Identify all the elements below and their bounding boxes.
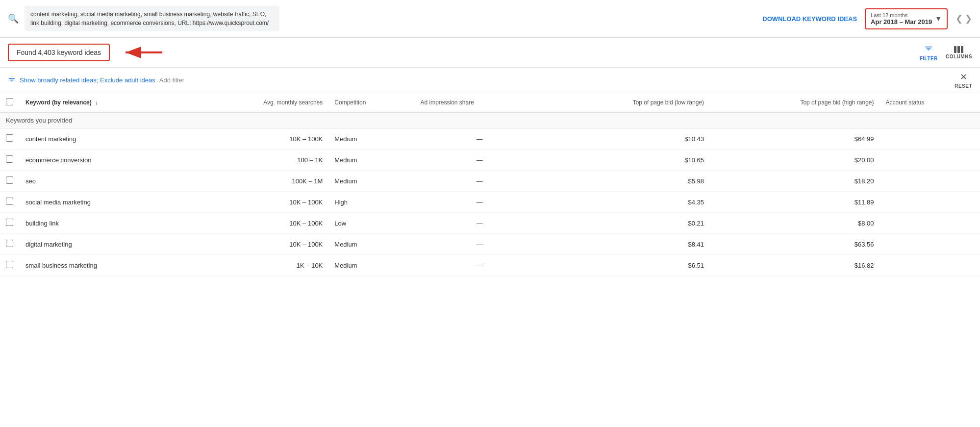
keywords-table-wrap: Keyword (by relevance) ↓ Avg. monthly se… bbox=[0, 93, 980, 276]
row-account-status bbox=[880, 255, 980, 276]
reset-x-icon: ✕ bbox=[960, 72, 967, 82]
filter-links-text[interactable]: Show broadly related ideas; Exclude adul… bbox=[20, 76, 155, 84]
row-checkbox-cell[interactable] bbox=[0, 234, 20, 255]
filter-label: FILTER bbox=[920, 56, 938, 61]
row-ad-impression: — bbox=[414, 234, 544, 255]
row-keyword: content marketing bbox=[20, 128, 187, 150]
table-row: digital marketing10K – 100KMedium—$8.41$… bbox=[0, 234, 980, 255]
row-account-status bbox=[880, 150, 980, 171]
toolbar-right: FILTER COLUMNS bbox=[920, 44, 972, 61]
row-top-bid-high: $18.20 bbox=[710, 171, 879, 192]
row-ad-impression: — bbox=[414, 171, 544, 192]
sort-arrow-icon: ↓ bbox=[95, 100, 98, 105]
row-avg-monthly: 10K – 100K bbox=[187, 213, 328, 234]
row-keyword: building link bbox=[20, 213, 187, 234]
table-row: content marketing10K – 100KMedium—$10.43… bbox=[0, 128, 980, 150]
row-account-status bbox=[880, 234, 980, 255]
row-top-bid-low: $0.21 bbox=[545, 213, 710, 234]
section-header-row: Keywords you provided bbox=[0, 112, 980, 128]
row-checkbox[interactable] bbox=[6, 219, 13, 226]
row-competition: Medium bbox=[328, 128, 414, 150]
row-checkbox[interactable] bbox=[6, 261, 13, 268]
row-avg-monthly: 10K – 100K bbox=[187, 128, 328, 150]
row-checkbox[interactable] bbox=[6, 240, 13, 247]
date-range-value: Apr 2018 – Mar 2019 bbox=[871, 18, 932, 25]
row-account-status bbox=[880, 128, 980, 150]
row-top-bid-low: $6.51 bbox=[545, 255, 710, 276]
row-top-bid-high: $64.99 bbox=[710, 128, 879, 150]
row-checkbox[interactable] bbox=[6, 155, 13, 163]
row-top-bid-low: $5.98 bbox=[545, 171, 710, 192]
row-keyword: seo bbox=[20, 171, 187, 192]
row-ad-impression: — bbox=[414, 128, 544, 150]
columns-icon bbox=[954, 46, 963, 53]
row-ad-impression: — bbox=[414, 150, 544, 171]
row-keyword: social media marketing bbox=[20, 192, 187, 213]
row-avg-monthly: 100 – 1K bbox=[187, 150, 328, 171]
row-checkbox[interactable] bbox=[6, 176, 13, 184]
row-top-bid-high: $20.00 bbox=[710, 150, 879, 171]
row-top-bid-low: $4.35 bbox=[545, 192, 710, 213]
row-competition: Medium bbox=[328, 150, 414, 171]
header-top-bid-low[interactable]: Top of page bid (low range) bbox=[545, 93, 710, 112]
row-top-bid-high: $63.56 bbox=[710, 234, 879, 255]
add-filter-button[interactable]: Add filter bbox=[159, 76, 184, 84]
row-avg-monthly: 1K – 10K bbox=[187, 255, 328, 276]
row-checkbox-cell[interactable] bbox=[0, 150, 20, 171]
row-checkbox[interactable] bbox=[6, 198, 13, 205]
date-range-box[interactable]: Last 12 months Apr 2018 – Mar 2019 ▼ bbox=[865, 8, 948, 29]
row-competition: High bbox=[328, 192, 414, 213]
section-label: Keywords you provided bbox=[0, 112, 980, 128]
filter-funnel-icon bbox=[8, 75, 16, 85]
filter-button[interactable]: FILTER bbox=[920, 44, 938, 61]
columns-button[interactable]: COLUMNS bbox=[946, 46, 972, 59]
top-right-controls: DOWNLOAD KEYWORD IDEAS Last 12 months Ap… bbox=[762, 8, 972, 29]
date-range-label: Last 12 months bbox=[871, 12, 932, 18]
header-avg-monthly[interactable]: Avg. monthly searches bbox=[187, 93, 328, 112]
row-competition: Medium bbox=[328, 171, 414, 192]
header-account-status[interactable]: Account status bbox=[880, 93, 980, 112]
download-keyword-ideas-link[interactable]: DOWNLOAD KEYWORD IDEAS bbox=[762, 15, 857, 23]
filter-icon bbox=[924, 44, 933, 55]
date-range-dropdown-icon[interactable]: ▼ bbox=[935, 15, 942, 23]
table-header-row: Keyword (by relevance) ↓ Avg. monthly se… bbox=[0, 93, 980, 112]
nav-next-icon[interactable]: ❯ bbox=[965, 13, 972, 24]
nav-arrows: ❮ ❯ bbox=[955, 13, 972, 24]
header-top-bid-high[interactable]: Top of page bid (high range) bbox=[710, 93, 879, 112]
row-ad-impression: — bbox=[414, 213, 544, 234]
toolbar-bar: Found 4,403 keyword ideas FILTER COLU bbox=[0, 38, 980, 68]
table-row: social media marketing10K – 100KHigh—$4.… bbox=[0, 192, 980, 213]
found-keyword-ideas-box: Found 4,403 keyword ideas bbox=[8, 44, 110, 61]
arrow-annotation bbox=[116, 43, 165, 62]
header-keyword-label: Keyword (by relevance) bbox=[25, 99, 92, 106]
row-account-status bbox=[880, 171, 980, 192]
row-checkbox-cell[interactable] bbox=[0, 213, 20, 234]
row-checkbox-cell[interactable] bbox=[0, 171, 20, 192]
header-keyword[interactable]: Keyword (by relevance) ↓ bbox=[20, 93, 187, 112]
nav-prev-icon[interactable]: ❮ bbox=[955, 13, 963, 24]
row-ad-impression: — bbox=[414, 255, 544, 276]
row-top-bid-low: $10.43 bbox=[545, 128, 710, 150]
search-icon: 🔍 bbox=[8, 13, 19, 24]
row-avg-monthly: 100K – 1M bbox=[187, 171, 328, 192]
table-row: ecommerce conversion100 – 1KMedium—$10.6… bbox=[0, 150, 980, 171]
row-competition: Low bbox=[328, 213, 414, 234]
header-competition[interactable]: Competition bbox=[328, 93, 414, 112]
reset-button[interactable]: ✕ RESET bbox=[955, 72, 972, 89]
row-checkbox[interactable] bbox=[6, 134, 13, 142]
row-keyword: digital marketing bbox=[20, 234, 187, 255]
row-account-status bbox=[880, 213, 980, 234]
row-checkbox-cell[interactable] bbox=[0, 255, 20, 276]
row-checkbox-cell[interactable] bbox=[0, 192, 20, 213]
row-checkbox-cell[interactable] bbox=[0, 128, 20, 150]
row-competition: Medium bbox=[328, 255, 414, 276]
reset-label: RESET bbox=[955, 83, 972, 89]
search-query-text: content marketing, social media marketin… bbox=[25, 6, 279, 31]
select-all-checkbox[interactable] bbox=[6, 98, 13, 105]
table-row: seo100K – 1MMedium—$5.98$18.20 bbox=[0, 171, 980, 192]
header-ad-impression[interactable]: Ad impression share bbox=[414, 93, 544, 112]
row-top-bid-low: $10.65 bbox=[545, 150, 710, 171]
table-row: small business marketing1K – 10KMedium—$… bbox=[0, 255, 980, 276]
row-top-bid-high: $11.89 bbox=[710, 192, 879, 213]
keywords-table: Keyword (by relevance) ↓ Avg. monthly se… bbox=[0, 93, 980, 276]
